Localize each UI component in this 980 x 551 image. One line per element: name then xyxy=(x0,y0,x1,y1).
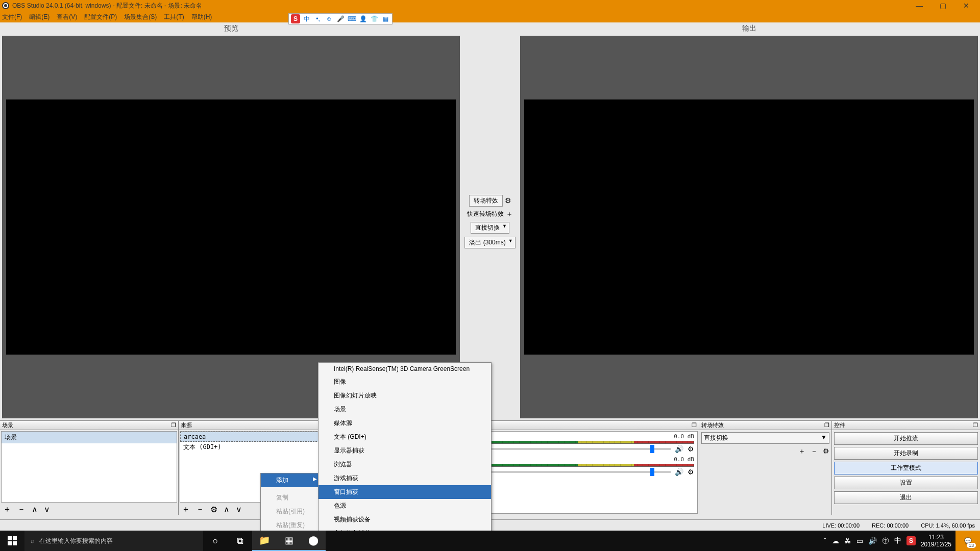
obs-icon xyxy=(2,2,9,9)
minimize-button[interactable]: — xyxy=(908,0,931,11)
src-text-gdi[interactable]: 文本 (GDI+) xyxy=(318,430,491,444)
controls-title: 控件 xyxy=(834,421,845,429)
menu-tools[interactable]: 工具(T) xyxy=(164,13,184,21)
gear-icon[interactable]: ⚙ xyxy=(505,196,511,205)
studio-mode-button[interactable]: 工作室模式 xyxy=(834,462,978,474)
add-source-submenu: Intel(R) RealSense(TM) 3D Camera GreenSc… xyxy=(318,362,492,551)
source-add-button[interactable]: ＋ xyxy=(182,504,190,515)
menu-profile[interactable]: 配置文件(P) xyxy=(84,13,117,21)
src-scene[interactable]: 场景 xyxy=(318,403,491,416)
src-slideshow[interactable]: 图像幻灯片放映 xyxy=(318,389,491,403)
gear-icon[interactable]: ⚙ xyxy=(688,445,694,453)
taskbar-app[interactable]: ▦ xyxy=(277,531,301,551)
scene-add-button[interactable]: ＋ xyxy=(3,504,11,515)
src-media[interactable]: 媒体源 xyxy=(318,416,491,430)
search-placeholder: 在这里输入你要搜索的内容 xyxy=(39,537,113,545)
status-live: LIVE: 00:00:00 xyxy=(822,522,860,529)
tray-volume-icon[interactable]: 🔊 xyxy=(868,537,877,545)
ctx-paste-ref: 粘贴(引用) xyxy=(261,505,321,518)
scene-down-button[interactable]: ∨ xyxy=(44,505,50,514)
start-button[interactable] xyxy=(0,531,24,551)
taskbar-app[interactable]: 📁 xyxy=(252,531,277,551)
source-down-button[interactable]: ∨ xyxy=(236,505,242,514)
quick-transition-label: 快速转场特效 xyxy=(467,210,504,218)
speaker-icon[interactable]: 🔊 xyxy=(675,445,683,453)
mixer-popout-icon[interactable]: ❐ xyxy=(692,422,697,429)
taskbar-search[interactable]: ⌕ 在这里输入你要搜索的内容 xyxy=(24,531,203,551)
tray-battery-icon[interactable]: ▭ xyxy=(856,537,863,545)
scenes-title: 场景 xyxy=(2,421,13,429)
scene-remove-button[interactable]: － xyxy=(17,504,26,515)
transition-dropdown[interactable]: 直接切换▼ xyxy=(701,432,829,444)
ctx-add[interactable]: 添加 xyxy=(261,473,321,487)
tray-sogou-icon[interactable]: S xyxy=(906,536,916,545)
transition-add-button[interactable]: ＋ xyxy=(798,447,805,456)
source-remove-button[interactable]: － xyxy=(196,504,204,515)
transition-select-2[interactable]: 淡出 (300ms) xyxy=(464,237,515,248)
settings-button[interactable]: 设置 xyxy=(834,477,978,489)
src-window-capture[interactable]: 窗口捕获 xyxy=(318,485,491,499)
menu-edit[interactable]: 编辑(E) xyxy=(29,13,50,21)
src-image[interactable]: 图像 xyxy=(318,375,491,389)
exit-button[interactable]: 退出 xyxy=(834,491,978,504)
action-center-button[interactable]: 💬13 xyxy=(955,531,980,551)
src-video-capture[interactable]: 视频捕获设备 xyxy=(318,513,491,527)
src-game-capture[interactable]: 游戏捕获 xyxy=(318,471,491,485)
gear-icon[interactable]: ⚙ xyxy=(688,468,694,476)
transition-remove-button[interactable]: － xyxy=(811,447,818,456)
tray-network-icon[interactable]: 🖧 xyxy=(844,537,851,545)
scenes-popout-icon[interactable]: ❐ xyxy=(171,422,176,429)
source-up-button[interactable]: ∧ xyxy=(224,505,230,514)
sources-title: 来源 xyxy=(181,421,192,429)
transition-select-1[interactable]: 直接切换 xyxy=(471,222,509,234)
src-browser[interactable]: 浏览器 xyxy=(318,458,491,471)
src-color-source[interactable]: 色源 xyxy=(318,499,491,513)
transitions-popout-icon[interactable]: ❐ xyxy=(824,422,829,429)
ctx-copy: 复制 xyxy=(261,491,321,505)
status-cpu: CPU: 1.4%, 60.00 fps xyxy=(921,522,975,529)
menu-file[interactable]: 文件(F) xyxy=(2,13,22,21)
src-display-capture[interactable]: 显示器捕获 xyxy=(318,444,491,458)
search-icon: ⌕ xyxy=(31,537,34,544)
preview-label: 预览 xyxy=(0,22,462,34)
task-view-icon[interactable]: ⧉ xyxy=(228,531,252,551)
transition-gear-button[interactable]: ⚙ xyxy=(823,447,829,456)
taskbar-obs[interactable]: ⬤ xyxy=(301,531,326,551)
scene-item[interactable]: 场景 xyxy=(2,432,177,443)
tray-onedrive-icon[interactable]: ☁ xyxy=(832,537,839,545)
src-greenscreen[interactable]: Intel(R) RealSense(TM) 3D Camera GreenSc… xyxy=(318,363,491,375)
status-rec: REC: 00:00:00 xyxy=(872,522,909,529)
close-button[interactable]: ✕ xyxy=(954,0,978,11)
menu-help[interactable]: 帮助(H) xyxy=(191,13,212,21)
cortana-icon[interactable]: ○ xyxy=(203,531,228,551)
preview-canvas[interactable] xyxy=(2,36,460,418)
start-recording-button[interactable]: 开始录制 xyxy=(834,447,978,460)
start-streaming-button[interactable]: 开始推流 xyxy=(834,432,978,445)
tray-clock[interactable]: 11:23 2019/12/25 xyxy=(921,534,951,548)
tray-chevron-icon[interactable]: ˄ xyxy=(823,537,827,545)
plus-icon[interactable]: ＋ xyxy=(506,210,513,219)
tray-lang-icon[interactable]: 中 xyxy=(894,536,901,545)
source-gear-button[interactable]: ⚙ xyxy=(210,505,217,514)
ctx-paste-dup: 粘贴(重复) xyxy=(261,518,321,532)
controls-popout-icon[interactable]: ❐ xyxy=(973,422,978,429)
scene-up-button[interactable]: ∧ xyxy=(32,505,38,514)
output-canvas[interactable] xyxy=(520,36,978,418)
output-label: 输出 xyxy=(518,22,980,34)
maximize-button[interactable]: ▢ xyxy=(931,0,954,11)
transition-button[interactable]: 转场特效 xyxy=(469,195,503,207)
menu-view[interactable]: 查看(V) xyxy=(57,13,77,21)
transitions-title: 转场特效 xyxy=(701,421,724,429)
speaker-icon[interactable]: 🔊 xyxy=(675,468,683,476)
menu-scene-collection[interactable]: 场景集合(S) xyxy=(124,13,157,21)
window-title: OBS Studio 24.0.1 (64-bit, windows) - 配置… xyxy=(12,2,908,10)
tray-ime-icon[interactable]: ㊥ xyxy=(882,536,889,545)
